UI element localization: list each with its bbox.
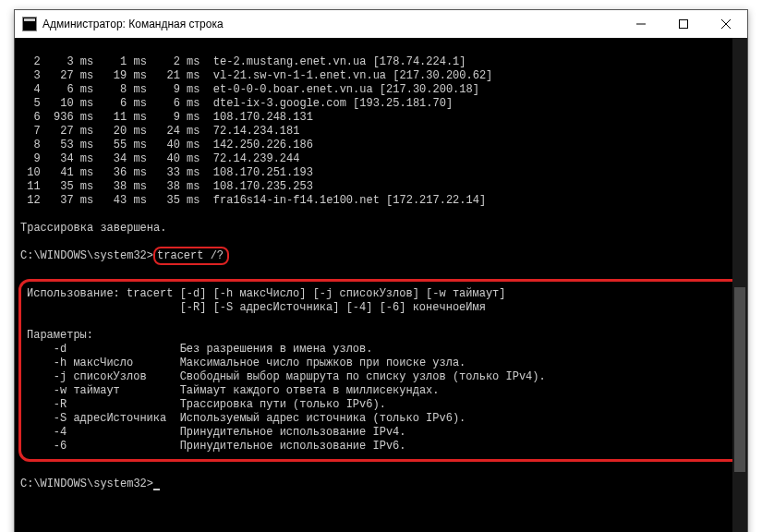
hop-row: 11 35 ms 38 ms 38 ms 108.170.235.253 <box>20 180 742 194</box>
param-row: -j списокУзлов Свободный выбор маршрута … <box>27 370 546 383</box>
hop-row: 6 936 ms 11 ms 9 ms 108.170.248.131 <box>20 111 742 125</box>
hop-row: 5 10 ms 6 ms 6 ms dtel-ix-3.google.com [… <box>20 97 742 111</box>
tracert-output: 2 3 ms 1 ms 2 ms te-2.mustang.enet.vn.ua… <box>20 55 742 208</box>
cursor <box>153 489 160 490</box>
minimize-button[interactable] <box>620 10 662 38</box>
hop-row: 8 53 ms 55 ms 40 ms 142.250.226.186 <box>20 139 742 152</box>
maximize-button[interactable] <box>662 10 705 38</box>
param-row: -6 Принудительное использование IPv6. <box>27 440 405 453</box>
svg-rect-1 <box>680 20 688 29</box>
hop-row: 10 41 ms 36 ms 33 ms 108.170.251.193 <box>20 166 742 180</box>
usage-line: Использование: tracert [-d] [-h максЧисл… <box>27 287 505 300</box>
param-row: -w таймаут Таймаут каждого ответа в милл… <box>27 384 440 397</box>
param-row: -4 Принудительное использование IPv4. <box>27 426 405 439</box>
hop-row: 4 6 ms 8 ms 9 ms et-0-0-0.boar.enet.vn.u… <box>20 83 742 97</box>
titlebar[interactable]: Администратор: Командная строка <box>15 10 747 38</box>
cmd-icon <box>22 17 37 31</box>
window-controls <box>620 10 747 38</box>
close-button[interactable] <box>705 10 747 38</box>
hop-row: 2 3 ms 1 ms 2 ms te-2.mustang.enet.vn.ua… <box>20 55 742 69</box>
hop-row: 9 34 ms 34 ms 40 ms 72.14.239.244 <box>20 152 742 166</box>
param-row: -S адресИсточника Используемый адрес ист… <box>27 412 466 425</box>
terminal-area[interactable]: 2 3 ms 1 ms 2 ms te-2.mustang.enet.vn.ua… <box>15 38 747 532</box>
command-highlight: tracert /? <box>153 247 229 265</box>
params-header: Параметры: <box>27 329 93 342</box>
trace-complete-text: Трассировка завершена. <box>20 222 166 235</box>
scrollbar-thumb[interactable] <box>734 287 745 472</box>
usage-line: [-R] [-S адресИсточника] [-4] [-6] конеч… <box>27 301 486 314</box>
window-title: Администратор: Командная строка <box>42 18 620 30</box>
hop-row: 7 27 ms 20 ms 24 ms 72.14.234.181 <box>20 125 742 139</box>
param-row: -R Трассировка пути (только IPv6). <box>27 398 386 411</box>
param-row: -d Без разрешения в имена узлов. <box>27 343 372 356</box>
hop-row: 12 37 ms 43 ms 35 ms fra16s14-in-f14.1e1… <box>20 194 742 208</box>
param-row: -h максЧисло Максимальное число прыжков … <box>27 357 466 369</box>
prompt-line-2: C:\WINDOWS\system32> <box>20 478 742 491</box>
help-output-highlight: Использование: tracert [-d] [-h максЧисл… <box>18 279 744 462</box>
scrollbar[interactable] <box>732 38 747 532</box>
hop-row: 3 27 ms 19 ms 21 ms vl-21.sw-vn-1-1.enet… <box>20 69 742 83</box>
prompt-line-1: C:\WINDOWS\system32>tracert /? <box>20 249 742 263</box>
cmd-window: Администратор: Командная строка 2 3 ms 1… <box>14 9 748 532</box>
